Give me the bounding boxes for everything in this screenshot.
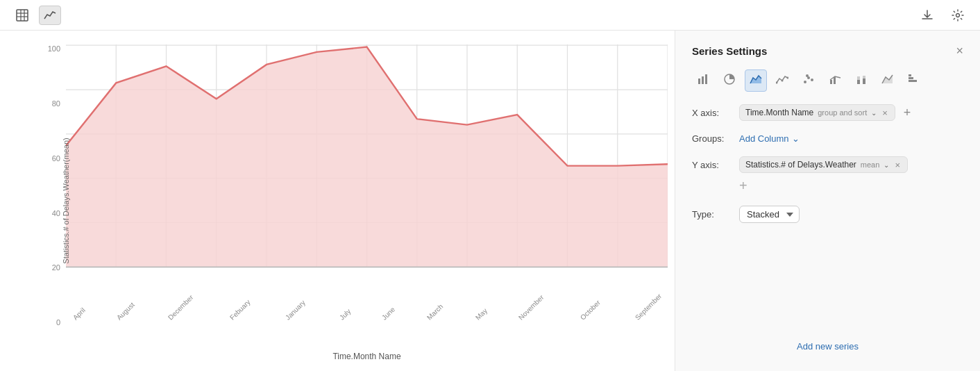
line-alt-type-button[interactable] — [877, 69, 899, 92]
x-axis-tag-text: Time.Month Name — [745, 108, 813, 117]
x-axis-title: Time.Month Name — [66, 350, 668, 361]
svg-rect-39 — [834, 77, 836, 84]
svg-rect-28 — [705, 74, 707, 84]
line-chart-type-button[interactable] — [771, 69, 793, 92]
settings-panel: Series Settings × — [675, 31, 980, 371]
y-axis-row: Y axis: Statistics.# of Delays.Weather m… — [692, 156, 963, 173]
bar-chart-type-button[interactable] — [692, 69, 714, 92]
svg-rect-47 — [909, 74, 911, 76]
svg-rect-26 — [698, 79, 700, 84]
x-axis-tag-sub: group and sort — [818, 108, 867, 117]
chart-svg — [66, 44, 668, 312]
combo-icon — [829, 73, 841, 85]
scatter-icon — [802, 73, 815, 85]
chart-plot: April August December Febuary January Ju… — [66, 44, 668, 361]
bar-chart-icon — [697, 73, 709, 85]
combo-type-button[interactable] — [824, 69, 846, 92]
groups-label: Groups: — [692, 133, 731, 144]
chart-view-button[interactable] — [39, 6, 61, 25]
line-chart-toolbar-icon — [44, 9, 56, 22]
stacked-bar-icon — [855, 73, 868, 85]
svg-rect-38 — [830, 80, 832, 84]
svg-rect-27 — [702, 76, 704, 84]
download-icon — [921, 9, 933, 22]
x-tick-july: July — [338, 308, 371, 340]
settings-title: Series Settings — [692, 45, 767, 57]
y-axis-tag-text: Statistics.# of Delays.Weather — [745, 160, 856, 170]
settings-button[interactable] — [947, 6, 969, 25]
svg-rect-0 — [17, 10, 28, 21]
y-axis-add-button[interactable]: + — [739, 179, 747, 192]
chart-container: 0 20 40 60 80 100 — [42, 44, 668, 361]
settings-header: Series Settings × — [692, 44, 963, 57]
area-chart-icon — [750, 73, 762, 85]
line-chart-type-icon — [776, 73, 788, 85]
chart-area: Statistics.# of Delays.Weather(mean) 0 2… — [0, 31, 675, 371]
svg-rect-45 — [909, 77, 913, 79]
y-axis-label-text: Y axis: — [692, 160, 731, 170]
x-axis-label: X axis: — [692, 108, 731, 118]
x-axis-remove-button[interactable]: × — [881, 108, 889, 117]
svg-rect-41 — [857, 76, 860, 80]
type-select[interactable]: Stacked Normal 100% — [739, 206, 800, 223]
x-axis-chevron-icon: ⌄ — [871, 109, 877, 117]
x-axis-add-button[interactable]: + — [904, 106, 911, 119]
chart-fill — [66, 47, 668, 267]
y-axis-section: Y axis: Statistics.# of Delays.Weather m… — [692, 156, 963, 193]
type-label: Type: — [692, 209, 731, 220]
x-axis-row: X axis: Time.Month Name group and sort ⌄… — [692, 104, 963, 121]
line-alt-icon — [881, 73, 894, 85]
toolbar — [0, 0, 980, 31]
svg-rect-42 — [863, 79, 865, 84]
x-axis-tag: Time.Month Name group and sort ⌄ × — [739, 104, 895, 121]
add-new-series-button[interactable]: Add new series — [797, 336, 859, 357]
y-tick-0: 0 — [56, 318, 60, 327]
y-tick-60: 60 — [52, 154, 60, 163]
svg-rect-40 — [857, 80, 860, 84]
y-axis-chevron-icon: ⌄ — [884, 161, 889, 169]
add-column-label: Add Column — [739, 133, 789, 144]
toolbar-right — [916, 6, 969, 25]
bar-alt-type-button[interactable] — [903, 69, 925, 92]
y-axis-tag: Statistics.# of Delays.Weather mean ⌄ × — [739, 156, 908, 173]
svg-marker-44 — [882, 75, 893, 83]
x-tick-may: May — [474, 307, 507, 340]
y-tick-20: 20 — [52, 263, 60, 272]
bar-alt-icon — [908, 73, 920, 85]
close-settings-button[interactable]: × — [956, 44, 963, 57]
pie-chart-type-button[interactable] — [718, 69, 741, 92]
stacked-bar-type-button[interactable] — [850, 69, 872, 92]
y-axis-tag-sub: mean — [861, 160, 880, 169]
svg-rect-46 — [909, 80, 917, 82]
svg-point-36 — [811, 79, 813, 81]
groups-row: Groups: Add Column ⌄ — [692, 133, 963, 144]
groups-add-column-button[interactable]: Add Column ⌄ — [739, 133, 800, 144]
main-content: Statistics.# of Delays.Weather(mean) 0 2… — [0, 31, 980, 371]
gear-icon — [952, 9, 964, 22]
add-column-chevron-icon: ⌄ — [792, 133, 800, 144]
y-tick-80: 80 — [52, 99, 60, 108]
svg-point-6 — [956, 13, 960, 17]
y-tick-100: 100 — [48, 44, 60, 53]
pie-chart-icon — [723, 73, 736, 85]
x-tick-april: April — [71, 306, 105, 340]
svg-rect-43 — [863, 76, 865, 79]
svg-point-32 — [782, 80, 784, 82]
area-chart-type-button[interactable] — [745, 69, 767, 92]
y-tick-40: 40 — [52, 209, 60, 217]
y-axis-label: Statistics.# of Delays.Weather(mean) — [62, 138, 70, 263]
table-icon — [16, 9, 28, 22]
svg-point-37 — [806, 74, 809, 77]
toolbar-left — [11, 6, 61, 25]
download-button[interactable] — [916, 6, 938, 25]
chart-type-selector — [692, 69, 963, 92]
svg-point-34 — [804, 81, 806, 83]
y-axis-remove-button[interactable]: × — [893, 160, 902, 170]
table-view-button[interactable] — [11, 6, 33, 25]
scatter-type-button[interactable] — [797, 69, 820, 92]
type-row: Type: Stacked Normal 100% — [692, 206, 963, 223]
